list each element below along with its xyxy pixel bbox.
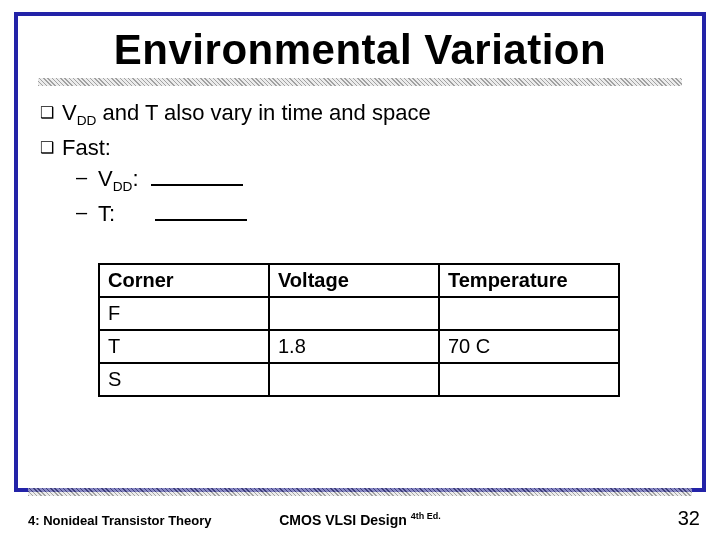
bullet-box-icon: ❑ (40, 137, 54, 159)
sub-bullet-1-sub: DD (113, 180, 133, 195)
table-row: F (99, 297, 619, 330)
blank-line (151, 167, 243, 187)
footer-center-main: CMOS VLSI Design (279, 512, 410, 528)
slide-title: Environmental Variation (36, 24, 684, 74)
blank-line (155, 201, 247, 221)
cell-corner: S (99, 363, 269, 396)
bullet-1-pre: V (62, 100, 77, 125)
bullet-2-text: Fast: (62, 135, 111, 160)
bullet-1-sub: DD (77, 113, 97, 128)
cell-temperature: 70 C (439, 330, 619, 363)
table-header-row: Corner Voltage Temperature (99, 264, 619, 297)
footer-edition: 4th Ed. (411, 511, 441, 521)
col-temperature: Temperature (439, 264, 619, 297)
bullet-list: ❑ VDD and T also vary in time and space … (36, 98, 684, 229)
cell-temperature (439, 363, 619, 396)
dash-icon: – (76, 164, 87, 191)
sub-bullet-1-post: : (132, 166, 138, 191)
cell-temperature (439, 297, 619, 330)
footer-center: CMOS VLSI Design 4th Ed. (0, 511, 720, 528)
bullet-box-icon: ❑ (40, 102, 54, 124)
corner-table: Corner Voltage Temperature F T 1.8 70 C … (98, 263, 620, 397)
cell-corner: F (99, 297, 269, 330)
col-voltage: Voltage (269, 264, 439, 297)
cell-voltage (269, 297, 439, 330)
dash-icon: – (76, 199, 87, 226)
sub-bullet-2-text: T: (98, 201, 115, 226)
sub-bullet-2: – T: (44, 199, 684, 229)
table-wrapper: Corner Voltage Temperature F T 1.8 70 C … (98, 263, 684, 397)
cell-voltage (269, 363, 439, 396)
sub-bullet-1: – VDD: (44, 164, 684, 197)
footer: 4: Nonideal Transistor Theory CMOS VLSI … (0, 498, 720, 530)
cell-corner: T (99, 330, 269, 363)
bullet-2: ❑ Fast: (44, 133, 684, 163)
footer-separator (28, 488, 692, 496)
col-corner: Corner (99, 264, 269, 297)
bullet-1-post: and T also vary in time and space (96, 100, 430, 125)
title-separator (38, 78, 682, 86)
table-row: T 1.8 70 C (99, 330, 619, 363)
page-number: 32 (678, 507, 700, 530)
bullet-1: ❑ VDD and T also vary in time and space (44, 98, 684, 131)
sub-bullet-1-pre: V (98, 166, 113, 191)
table-row: S (99, 363, 619, 396)
slide-frame: Environmental Variation ❑ VDD and T also… (14, 12, 706, 492)
cell-voltage: 1.8 (269, 330, 439, 363)
slide: Environmental Variation ❑ VDD and T also… (0, 0, 720, 540)
